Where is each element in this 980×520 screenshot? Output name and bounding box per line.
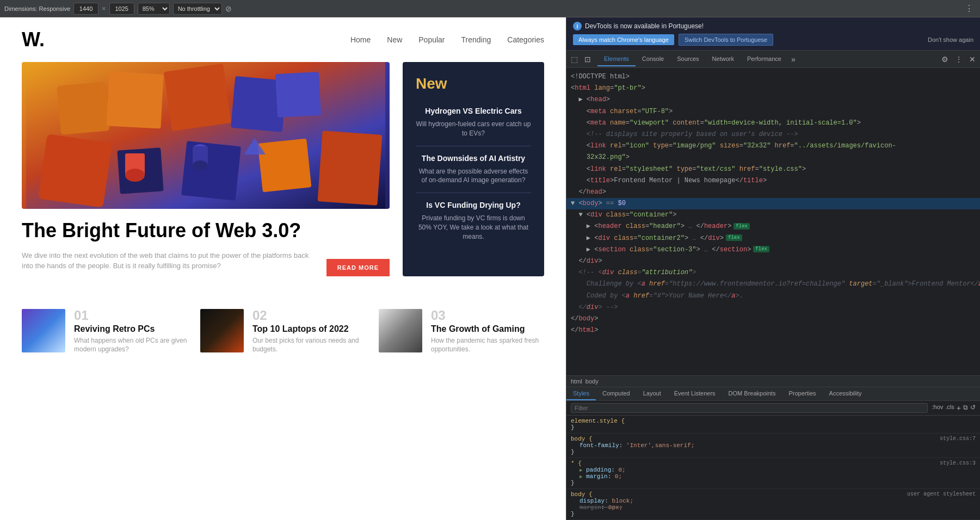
hero-title: The Bright Future of Web 3.0?: [22, 220, 390, 242]
nav-new[interactable]: New: [387, 35, 402, 44]
margin-arrow: ▶: [580, 474, 582, 480]
height-input[interactable]: [109, 3, 134, 15]
news-title-2: The Downsides of AI Artistry: [416, 154, 531, 163]
dom-html-close: </html>: [566, 325, 980, 336]
dom-div-close: </div>: [566, 256, 980, 267]
tab-performance[interactable]: Performance: [741, 52, 788, 66]
svg-rect-2: [106, 71, 163, 128]
article-card-3: 03 The Growth of Gaming How the pandemic…: [379, 309, 544, 355]
news-title-1: Hydrogen VS Electric Cars: [416, 107, 531, 115]
device-icon[interactable]: ⊡: [582, 54, 593, 65]
styles-tab-layout[interactable]: Layout: [637, 387, 668, 400]
filter-input[interactable]: [571, 403, 928, 413]
nav-trending[interactable]: Trending: [461, 35, 491, 44]
element-style-selector: element.style {: [571, 418, 625, 424]
dom-comment-challenge: Challenge by <a href="https://www.fronte…: [566, 278, 980, 290]
topbar-more-btn[interactable]: ⋮: [963, 3, 976, 14]
lang-banner-buttons: Always match Chrome's language Switch De…: [573, 34, 973, 46]
main-layout: W. Home New Popular Trending Categories: [0, 17, 980, 520]
article-card-1: 01 Reviving Retro PCs What happens when …: [22, 309, 187, 355]
news-title-3: Is VC Funding Drying Up?: [416, 201, 531, 209]
dom-comment-div-close: </div> -->: [566, 302, 980, 313]
preview-pane: W. Home New Popular Trending Categories: [0, 17, 566, 520]
article-info-3: 03 The Growth of Gaming How the pandemic…: [431, 309, 544, 355]
close-icon[interactable]: ✕: [967, 54, 978, 65]
read-more-button[interactable]: READ MORE: [326, 259, 390, 276]
copy-styles-button[interactable]: ⧉: [963, 404, 968, 412]
dom-header[interactable]: ▶ <header class="header"> … </header>fle…: [566, 221, 980, 232]
breadcrumb-body[interactable]: body: [585, 378, 599, 385]
body-selector-1: body {: [571, 436, 593, 442]
more-icon[interactable]: ⋮: [953, 54, 965, 65]
width-input[interactable]: [73, 3, 98, 15]
inspect-icon[interactable]: ⬚: [569, 54, 580, 65]
dom-link-icon-cont: 32x32.png">: [566, 152, 980, 163]
nav-categories[interactable]: Categories: [507, 35, 544, 44]
dom-title: <title>Frontend Mentor | News homepage</…: [566, 175, 980, 187]
styles-tab-properties[interactable]: Properties: [782, 387, 822, 400]
site-content: The Bright Future of Web 3.0? We dive in…: [0, 62, 566, 298]
styles-tabs: Styles Computed Layout Event Listeners D…: [566, 387, 980, 401]
add-style-button[interactable]: +: [957, 404, 961, 412]
article-thumb-2: [200, 309, 244, 352]
styles-panel: Styles Computed Layout Event Listeners D…: [566, 387, 980, 520]
dom-container[interactable]: ▼ <div class="container">: [566, 209, 980, 221]
devtools-icons: ⬚ ⊡: [569, 54, 593, 65]
styles-tab-accessibility[interactable]: Accessibility: [823, 387, 868, 400]
article-thumb-1: [22, 309, 65, 352]
styles-tab-computed[interactable]: Computed: [596, 387, 637, 400]
dom-html: <html lang="pt-br">: [566, 83, 980, 94]
switch-language-button[interactable]: Switch DevTools to Portuguese: [679, 34, 773, 46]
hover-pseudo-button[interactable]: :hov: [932, 404, 944, 412]
dom-meta-viewport: <meta name="viewport" content="width=dev…: [566, 117, 980, 129]
nav-home[interactable]: Home: [350, 35, 371, 44]
dom-comment-attribution: <!-- <div class="attribution">: [566, 267, 980, 278]
article-num-3: 03: [431, 309, 544, 322]
cls-button[interactable]: .cls: [945, 404, 954, 412]
dont-show-button[interactable]: Don't show again: [928, 36, 973, 43]
retro-thumb-image: [22, 309, 65, 352]
news-item-2: The Downsides of AI Artistry What are th…: [416, 146, 531, 194]
new-badge: New: [416, 75, 531, 92]
tab-network[interactable]: Network: [706, 52, 741, 66]
nav-popular[interactable]: Popular: [418, 35, 445, 44]
hero-sidebar: New Hydrogen VS Electric Cars Will hydro…: [403, 62, 544, 276]
dom-container2[interactable]: ▶ <div class="container2"> … </div>flex: [566, 233, 980, 244]
dom-tree[interactable]: <!DOCTYPE html> <html lang="pt-br"> ▶ <h…: [566, 68, 980, 375]
refresh-styles-button[interactable]: ↺: [970, 404, 976, 412]
news-item-3: Is VC Funding Drying Up? Private funding…: [416, 193, 531, 249]
tab-sources[interactable]: Sources: [670, 52, 705, 66]
settings-icon[interactable]: ⚙: [939, 54, 951, 65]
star-close: }: [571, 480, 575, 486]
tab-elements[interactable]: Elements: [597, 52, 636, 66]
disable-cache-icon: ⊘: [225, 4, 232, 13]
throttling-select[interactable]: No throttling Fast 3G Slow 3G: [173, 3, 222, 15]
dom-body[interactable]: ▼ <body> == $0: [566, 198, 980, 209]
styles-tab-event-listeners[interactable]: Event Listeners: [668, 387, 722, 400]
tab-console[interactable]: Console: [636, 52, 670, 66]
body-margin-ua: margin: 8px;: [571, 504, 622, 511]
styles-tab-dom-breakpoints[interactable]: DOM Breakpoints: [722, 387, 782, 400]
article-desc-2: Our best picks for various needs and bud…: [252, 336, 366, 355]
filter-bar: :hov .cls + ⧉ ↺: [566, 401, 980, 416]
site-nav: W. Home New Popular Trending Categories: [0, 17, 566, 62]
breadcrumb-html[interactable]: html: [571, 378, 582, 385]
zoom-select[interactable]: 85% 100% 75%: [138, 3, 170, 15]
styles-tab-styles[interactable]: Styles: [566, 387, 596, 400]
filter-actions: :hov .cls + ⧉ ↺: [932, 404, 976, 412]
svg-rect-1: [57, 82, 110, 135]
svg-rect-9: [258, 139, 312, 193]
read-more-container: READ MORE: [326, 250, 390, 276]
body-selector-ua: body {: [571, 491, 593, 498]
info-icon: i: [573, 22, 582, 30]
dom-head[interactable]: ▶ <head>: [566, 94, 980, 106]
size-separator: ×: [102, 4, 106, 13]
dom-doctype: <!DOCTYPE html>: [566, 71, 980, 83]
tabs-more-button[interactable]: »: [788, 55, 799, 64]
body-close-1: }: [571, 449, 575, 455]
match-language-button[interactable]: Always match Chrome's language: [573, 34, 674, 45]
news-desc-3: Private funding by VC firms is down 50% …: [416, 214, 531, 241]
site-nav-links: Home New Popular Trending Categories: [350, 35, 544, 44]
article-info-2: 02 Top 10 Laptops of 2022 Our best picks…: [252, 309, 366, 355]
dom-section3[interactable]: ▶ <section class="section-3"> … </sectio…: [566, 244, 980, 256]
